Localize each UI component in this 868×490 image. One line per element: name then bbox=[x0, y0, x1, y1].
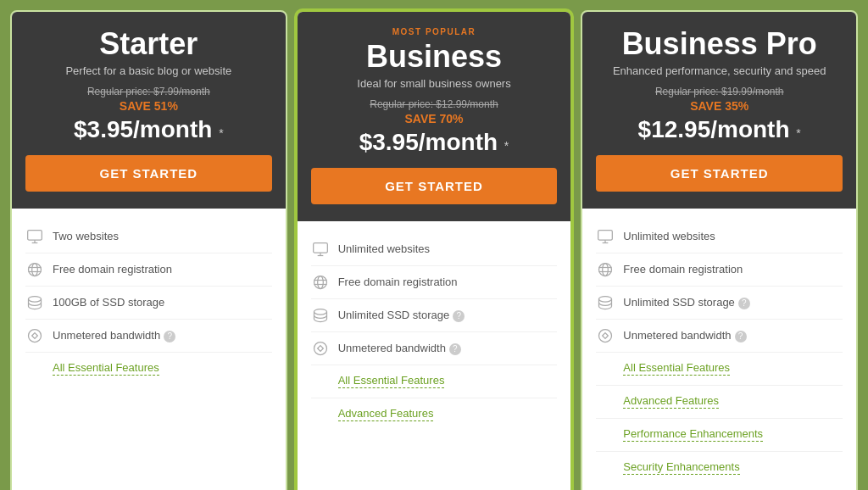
feature-text: 100GB of SSD storage bbox=[53, 296, 164, 309]
plan-name: Business bbox=[311, 40, 558, 74]
plan-name: Business Pro bbox=[596, 27, 843, 61]
svg-rect-0 bbox=[28, 230, 42, 240]
svg-point-7 bbox=[29, 296, 42, 302]
feature-text: Free domain registration bbox=[53, 263, 172, 276]
help-icon: ? bbox=[738, 298, 750, 309]
get-started-button-business[interactable]: GET STARTED bbox=[311, 168, 558, 204]
domain-icon bbox=[311, 273, 330, 292]
plan-name: Starter bbox=[25, 27, 272, 61]
link-icon bbox=[596, 459, 615, 477]
feature-text: Unmetered bandwidth? bbox=[53, 329, 175, 342]
get-started-button-starter[interactable]: GET STARTED bbox=[25, 155, 272, 192]
svg-point-8 bbox=[29, 329, 42, 342]
plan-save: SAVE 70% bbox=[311, 112, 558, 125]
storage-icon bbox=[25, 293, 44, 312]
feature-item-1-1: Free domain registration bbox=[311, 266, 558, 299]
plan-header-business: MOST POPULAR Business Ideal for small bu… bbox=[298, 12, 571, 221]
feature-link-2-6[interactable]: Performance Enhancements bbox=[623, 427, 763, 442]
plan-price: $12.95/month * bbox=[596, 116, 843, 143]
feature-item-2-6: Performance Enhancements bbox=[596, 419, 843, 452]
plan-tagline: Ideal for small business owners bbox=[311, 77, 558, 90]
feature-item-1-0: Unlimited websites bbox=[311, 233, 558, 266]
feature-text: Unmetered bandwidth? bbox=[623, 329, 746, 342]
svg-point-21 bbox=[599, 263, 612, 276]
plan-features-starter: Two websites Free domain registration 10… bbox=[12, 209, 286, 490]
storage-icon bbox=[311, 306, 330, 325]
feature-link-1-4[interactable]: All Essential Features bbox=[338, 374, 445, 388]
domain-icon bbox=[596, 260, 615, 279]
help-icon: ? bbox=[735, 331, 747, 342]
link-icon bbox=[311, 405, 330, 424]
feature-item-2-1: Free domain registration bbox=[596, 253, 843, 287]
plan-save: SAVE 35% bbox=[596, 99, 843, 113]
link-icon bbox=[596, 426, 615, 444]
get-started-button-business-pro[interactable]: GET STARTED bbox=[596, 155, 843, 192]
link-icon bbox=[311, 372, 330, 391]
plan-tagline: Enhanced performance, security and speed bbox=[596, 64, 843, 77]
help-icon: ? bbox=[164, 331, 175, 342]
monitor-icon bbox=[311, 240, 330, 259]
feature-item-2-5: Advanced Features bbox=[596, 386, 843, 419]
feature-item-2-3: Unmetered bandwidth? bbox=[596, 320, 843, 353]
plan-regular-price: Regular price: $7.99/month bbox=[25, 86, 272, 97]
feature-text: Two websites bbox=[53, 230, 119, 242]
feature-item-0-2: 100GB of SSD storage bbox=[25, 287, 272, 320]
plan-header-business-pro: Business Pro Enhanced performance, secur… bbox=[582, 12, 856, 209]
storage-icon bbox=[596, 293, 615, 312]
feature-item-1-5: Advanced Features bbox=[311, 398, 558, 431]
feature-text: Unlimited SSD storage? bbox=[623, 296, 750, 309]
feature-item-0-4: All Essential Features bbox=[25, 353, 272, 385]
link-icon bbox=[25, 359, 44, 378]
feature-link-0-4[interactable]: All Essential Features bbox=[53, 361, 159, 376]
svg-point-16 bbox=[314, 309, 326, 315]
feature-link-2-5[interactable]: Advanced Features bbox=[623, 394, 719, 409]
plan-header-starter: Starter Perfect for a basic blog or webs… bbox=[12, 12, 286, 209]
feature-link-1-5[interactable]: Advanced Features bbox=[338, 407, 434, 421]
feature-text: Unlimited SSD storage? bbox=[338, 309, 465, 322]
plan-regular-price: Regular price: $12.99/month bbox=[311, 98, 558, 110]
domain-icon bbox=[25, 260, 44, 279]
svg-point-17 bbox=[314, 342, 326, 354]
svg-point-12 bbox=[314, 276, 326, 288]
plan-badge: MOST POPULAR bbox=[311, 27, 558, 36]
svg-point-25 bbox=[599, 296, 612, 302]
feature-item-2-4: All Essential Features bbox=[596, 353, 843, 386]
plan-price: $3.95/month * bbox=[25, 116, 272, 143]
feature-item-2-0: Unlimited websites bbox=[596, 220, 843, 253]
feature-text: Free domain registration bbox=[623, 263, 743, 276]
monitor-icon bbox=[25, 227, 44, 246]
svg-point-13 bbox=[317, 276, 323, 288]
feature-text: Free domain registration bbox=[338, 276, 458, 288]
plan-card-business: MOST POPULAR Business Ideal for small bu… bbox=[296, 10, 573, 490]
feature-text: Unmetered bandwidth? bbox=[338, 342, 461, 355]
plan-card-starter: Starter Perfect for a basic blog or webs… bbox=[10, 10, 287, 490]
svg-point-3 bbox=[29, 263, 42, 276]
feature-item-0-1: Free domain registration bbox=[25, 253, 272, 287]
feature-item-1-3: Unmetered bandwidth? bbox=[311, 332, 558, 365]
feature-item-1-4: All Essential Features bbox=[311, 365, 558, 398]
plan-price: $3.95/month * bbox=[311, 129, 558, 156]
svg-point-26 bbox=[599, 329, 612, 342]
help-icon: ? bbox=[453, 310, 465, 322]
feature-item-2-7: Security Enhancements bbox=[596, 452, 843, 484]
bandwidth-icon bbox=[311, 339, 330, 358]
svg-rect-9 bbox=[313, 242, 327, 253]
svg-point-4 bbox=[32, 263, 38, 276]
feature-item-0-0: Two websites bbox=[25, 220, 272, 253]
feature-link-2-4[interactable]: All Essential Features bbox=[623, 361, 730, 376]
help-icon: ? bbox=[449, 343, 461, 355]
bandwidth-icon bbox=[25, 326, 44, 345]
bandwidth-icon bbox=[596, 326, 615, 345]
plan-features-business-pro: Unlimited websites Free domain registrat… bbox=[582, 209, 856, 490]
svg-rect-18 bbox=[598, 230, 613, 240]
feature-item-2-2: Unlimited SSD storage? bbox=[596, 287, 843, 320]
plan-card-business-pro: Business Pro Enhanced performance, secur… bbox=[581, 10, 858, 490]
feature-link-2-7[interactable]: Security Enhancements bbox=[623, 460, 739, 475]
plan-features-business: Unlimited websites Free domain registrat… bbox=[298, 221, 571, 490]
feature-item-1-2: Unlimited SSD storage? bbox=[311, 299, 558, 332]
plan-tagline: Perfect for a basic blog or website bbox=[25, 64, 272, 77]
feature-text: Unlimited websites bbox=[623, 230, 715, 242]
link-icon bbox=[596, 359, 615, 378]
plan-save: SAVE 51% bbox=[25, 99, 272, 113]
link-icon bbox=[596, 393, 615, 411]
